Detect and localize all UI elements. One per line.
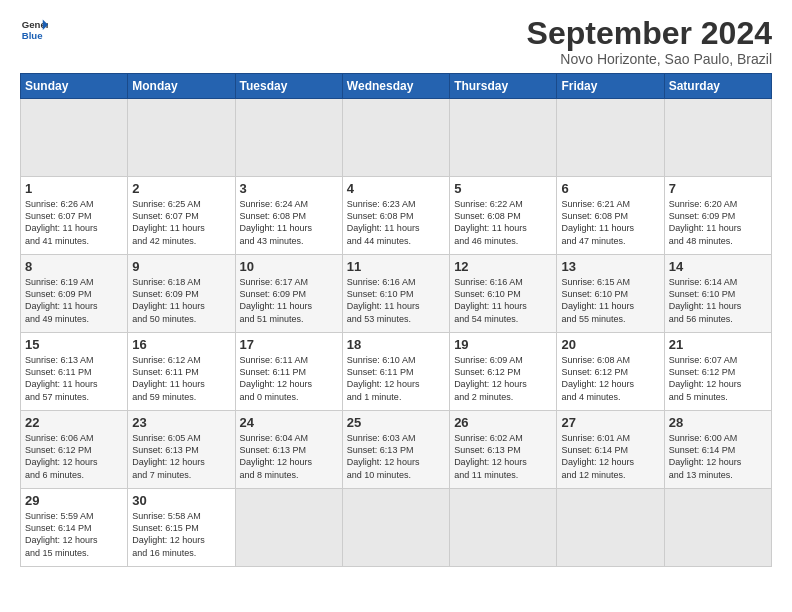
- day-number: 30: [132, 493, 230, 508]
- day-detail: Sunrise: 6:08 AM Sunset: 6:12 PM Dayligh…: [561, 355, 634, 401]
- day-detail: Sunrise: 6:14 AM Sunset: 6:10 PM Dayligh…: [669, 277, 742, 323]
- day-detail: Sunrise: 6:02 AM Sunset: 6:13 PM Dayligh…: [454, 433, 527, 479]
- table-row: 27Sunrise: 6:01 AM Sunset: 6:14 PM Dayli…: [557, 411, 664, 489]
- day-number: 23: [132, 415, 230, 430]
- table-row: 22Sunrise: 6:06 AM Sunset: 6:12 PM Dayli…: [21, 411, 128, 489]
- table-row: 17Sunrise: 6:11 AM Sunset: 6:11 PM Dayli…: [235, 333, 342, 411]
- calendar-table: Sunday Monday Tuesday Wednesday Thursday…: [20, 73, 772, 567]
- calendar-week-0: [21, 99, 772, 177]
- table-row: 25Sunrise: 6:03 AM Sunset: 6:13 PM Dayli…: [342, 411, 449, 489]
- day-number: 29: [25, 493, 123, 508]
- col-tuesday: Tuesday: [235, 74, 342, 99]
- table-row: 23Sunrise: 6:05 AM Sunset: 6:13 PM Dayli…: [128, 411, 235, 489]
- table-row: 1Sunrise: 6:26 AM Sunset: 6:07 PM Daylig…: [21, 177, 128, 255]
- day-detail: Sunrise: 6:01 AM Sunset: 6:14 PM Dayligh…: [561, 433, 634, 479]
- day-detail: Sunrise: 6:16 AM Sunset: 6:10 PM Dayligh…: [347, 277, 420, 323]
- title-block: September 2024 Novo Horizonte, Sao Paulo…: [527, 16, 772, 67]
- location: Novo Horizonte, Sao Paulo, Brazil: [527, 51, 772, 67]
- table-row: 14Sunrise: 6:14 AM Sunset: 6:10 PM Dayli…: [664, 255, 771, 333]
- day-detail: Sunrise: 6:16 AM Sunset: 6:10 PM Dayligh…: [454, 277, 527, 323]
- day-number: 25: [347, 415, 445, 430]
- day-detail: Sunrise: 6:11 AM Sunset: 6:11 PM Dayligh…: [240, 355, 313, 401]
- day-detail: Sunrise: 6:17 AM Sunset: 6:09 PM Dayligh…: [240, 277, 313, 323]
- day-number: 27: [561, 415, 659, 430]
- table-row: [128, 99, 235, 177]
- table-row: 28Sunrise: 6:00 AM Sunset: 6:14 PM Dayli…: [664, 411, 771, 489]
- day-number: 26: [454, 415, 552, 430]
- table-row: 29Sunrise: 5:59 AM Sunset: 6:14 PM Dayli…: [21, 489, 128, 567]
- day-number: 16: [132, 337, 230, 352]
- table-row: 13Sunrise: 6:15 AM Sunset: 6:10 PM Dayli…: [557, 255, 664, 333]
- table-row: 21Sunrise: 6:07 AM Sunset: 6:12 PM Dayli…: [664, 333, 771, 411]
- day-detail: Sunrise: 6:10 AM Sunset: 6:11 PM Dayligh…: [347, 355, 420, 401]
- col-sunday: Sunday: [21, 74, 128, 99]
- table-row: [557, 489, 664, 567]
- day-number: 15: [25, 337, 123, 352]
- day-number: 12: [454, 259, 552, 274]
- header: General Blue September 2024 Novo Horizon…: [20, 16, 772, 67]
- table-row: 20Sunrise: 6:08 AM Sunset: 6:12 PM Dayli…: [557, 333, 664, 411]
- col-wednesday: Wednesday: [342, 74, 449, 99]
- day-number: 7: [669, 181, 767, 196]
- col-monday: Monday: [128, 74, 235, 99]
- table-row: 10Sunrise: 6:17 AM Sunset: 6:09 PM Dayli…: [235, 255, 342, 333]
- logo: General Blue: [20, 16, 48, 44]
- day-detail: Sunrise: 6:23 AM Sunset: 6:08 PM Dayligh…: [347, 199, 420, 245]
- day-detail: Sunrise: 6:05 AM Sunset: 6:13 PM Dayligh…: [132, 433, 205, 479]
- day-number: 9: [132, 259, 230, 274]
- day-detail: Sunrise: 6:00 AM Sunset: 6:14 PM Dayligh…: [669, 433, 742, 479]
- day-number: 1: [25, 181, 123, 196]
- day-detail: Sunrise: 6:19 AM Sunset: 6:09 PM Dayligh…: [25, 277, 98, 323]
- table-row: [235, 489, 342, 567]
- table-row: 7Sunrise: 6:20 AM Sunset: 6:09 PM Daylig…: [664, 177, 771, 255]
- day-number: 8: [25, 259, 123, 274]
- day-number: 24: [240, 415, 338, 430]
- day-detail: Sunrise: 6:24 AM Sunset: 6:08 PM Dayligh…: [240, 199, 313, 245]
- table-row: 15Sunrise: 6:13 AM Sunset: 6:11 PM Dayli…: [21, 333, 128, 411]
- table-row: [21, 99, 128, 177]
- calendar-week-2: 8Sunrise: 6:19 AM Sunset: 6:09 PM Daylig…: [21, 255, 772, 333]
- table-row: 5Sunrise: 6:22 AM Sunset: 6:08 PM Daylig…: [450, 177, 557, 255]
- day-detail: Sunrise: 6:04 AM Sunset: 6:13 PM Dayligh…: [240, 433, 313, 479]
- table-row: [450, 489, 557, 567]
- day-number: 6: [561, 181, 659, 196]
- table-row: 19Sunrise: 6:09 AM Sunset: 6:12 PM Dayli…: [450, 333, 557, 411]
- calendar-week-5: 29Sunrise: 5:59 AM Sunset: 6:14 PM Dayli…: [21, 489, 772, 567]
- table-row: 18Sunrise: 6:10 AM Sunset: 6:11 PM Dayli…: [342, 333, 449, 411]
- day-number: 18: [347, 337, 445, 352]
- table-row: 16Sunrise: 6:12 AM Sunset: 6:11 PM Dayli…: [128, 333, 235, 411]
- day-detail: Sunrise: 6:25 AM Sunset: 6:07 PM Dayligh…: [132, 199, 205, 245]
- table-row: 12Sunrise: 6:16 AM Sunset: 6:10 PM Dayli…: [450, 255, 557, 333]
- table-row: [235, 99, 342, 177]
- day-detail: Sunrise: 6:20 AM Sunset: 6:09 PM Dayligh…: [669, 199, 742, 245]
- table-row: [342, 99, 449, 177]
- table-row: 9Sunrise: 6:18 AM Sunset: 6:09 PM Daylig…: [128, 255, 235, 333]
- day-detail: Sunrise: 5:59 AM Sunset: 6:14 PM Dayligh…: [25, 511, 98, 557]
- day-number: 3: [240, 181, 338, 196]
- day-number: 20: [561, 337, 659, 352]
- col-saturday: Saturday: [664, 74, 771, 99]
- day-detail: Sunrise: 6:03 AM Sunset: 6:13 PM Dayligh…: [347, 433, 420, 479]
- day-number: 13: [561, 259, 659, 274]
- table-row: 8Sunrise: 6:19 AM Sunset: 6:09 PM Daylig…: [21, 255, 128, 333]
- col-thursday: Thursday: [450, 74, 557, 99]
- table-row: 26Sunrise: 6:02 AM Sunset: 6:13 PM Dayli…: [450, 411, 557, 489]
- day-number: 11: [347, 259, 445, 274]
- logo-icon: General Blue: [20, 16, 48, 44]
- table-row: 2Sunrise: 6:25 AM Sunset: 6:07 PM Daylig…: [128, 177, 235, 255]
- table-row: [557, 99, 664, 177]
- table-row: [664, 489, 771, 567]
- svg-text:Blue: Blue: [22, 30, 43, 41]
- table-row: 4Sunrise: 6:23 AM Sunset: 6:08 PM Daylig…: [342, 177, 449, 255]
- col-friday: Friday: [557, 74, 664, 99]
- day-number: 10: [240, 259, 338, 274]
- table-row: [342, 489, 449, 567]
- day-detail: Sunrise: 6:07 AM Sunset: 6:12 PM Dayligh…: [669, 355, 742, 401]
- day-detail: Sunrise: 6:13 AM Sunset: 6:11 PM Dayligh…: [25, 355, 98, 401]
- table-row: 6Sunrise: 6:21 AM Sunset: 6:08 PM Daylig…: [557, 177, 664, 255]
- day-number: 14: [669, 259, 767, 274]
- table-row: 30Sunrise: 5:58 AM Sunset: 6:15 PM Dayli…: [128, 489, 235, 567]
- day-number: 5: [454, 181, 552, 196]
- header-row: Sunday Monday Tuesday Wednesday Thursday…: [21, 74, 772, 99]
- day-detail: Sunrise: 6:26 AM Sunset: 6:07 PM Dayligh…: [25, 199, 98, 245]
